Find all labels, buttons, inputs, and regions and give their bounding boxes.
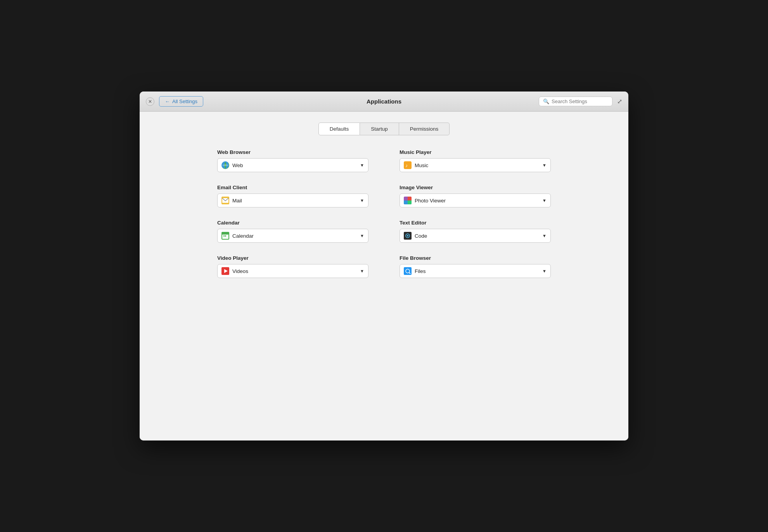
tabs-bar: Defaults Startup Permissions	[155, 123, 613, 135]
field-video-player: Video Player Videos ▼	[217, 255, 368, 278]
icon-music-player: ♪	[404, 161, 412, 169]
back-button-label: All Settings	[172, 98, 197, 104]
selected-web-browser: Web	[232, 162, 357, 168]
label-email-client: Email Client	[217, 185, 368, 190]
selected-video-player: Videos	[232, 268, 357, 274]
selected-calendar: Calendar	[232, 233, 357, 239]
field-calendar: Calendar Calendar ▼	[217, 220, 368, 243]
dropdown-arrow-file-browser: ▼	[542, 269, 547, 273]
dropdown-calendar[interactable]: Calendar ▼	[217, 229, 368, 243]
selected-file-browser: Files	[415, 268, 539, 274]
label-calendar: Calendar	[217, 220, 368, 226]
dropdown-web-browser[interactable]: Web ▼	[217, 158, 368, 172]
page-title: Applications	[367, 98, 401, 105]
dropdown-file-browser[interactable]: Files ▼	[400, 264, 551, 278]
dropdown-image-viewer[interactable]: Photo Viewer ▼	[400, 193, 551, 207]
field-web-browser: Web Browser Web ▼	[217, 149, 368, 172]
selected-text-editor: Code	[415, 233, 539, 239]
dropdown-arrow-video-player: ▼	[360, 269, 364, 273]
titlebar: ✕ ← All Settings Applications 🔍 ⤢	[140, 92, 628, 112]
label-image-viewer: Image Viewer	[400, 185, 551, 190]
search-input[interactable]	[552, 98, 608, 104]
dropdown-email-client[interactable]: Mail ▼	[217, 193, 368, 207]
selected-email-client: Mail	[232, 198, 357, 204]
expand-button[interactable]: ⤢	[617, 98, 622, 105]
icon-web-browser	[221, 161, 229, 169]
selected-music-player: Music	[415, 162, 539, 168]
icon-text-editor	[404, 232, 412, 240]
dropdown-music-player[interactable]: ♪ Music ▼	[400, 158, 551, 172]
field-music-player: Music Player ♪ Music ▼	[400, 149, 551, 172]
defaults-grid: Web Browser Web ▼ Music Player ♪ Music	[217, 149, 551, 278]
dropdown-text-editor[interactable]: Code ▼	[400, 229, 551, 243]
label-video-player: Video Player	[217, 255, 368, 261]
back-button[interactable]: ← All Settings	[159, 96, 203, 107]
main-window: ✕ ← All Settings Applications 🔍 ⤢ Defaul…	[140, 92, 628, 440]
close-button[interactable]: ✕	[146, 97, 154, 106]
svg-rect-12	[223, 235, 225, 237]
field-image-viewer: Image Viewer Photo Viewer ▼	[400, 185, 551, 207]
close-icon: ✕	[148, 99, 152, 104]
search-box[interactable]: 🔍	[539, 97, 612, 106]
svg-rect-13	[225, 235, 226, 237]
back-arrow-icon: ←	[165, 98, 170, 104]
field-text-editor: Text Editor Code ▼	[400, 220, 551, 243]
svg-point-16	[407, 235, 408, 237]
selected-image-viewer: Photo Viewer	[415, 198, 539, 204]
tab-defaults[interactable]: Defaults	[318, 123, 360, 135]
icon-calendar	[221, 232, 229, 240]
label-music-player: Music Player	[400, 149, 551, 155]
label-web-browser: Web Browser	[217, 149, 368, 155]
icon-video-player	[221, 267, 229, 275]
svg-rect-11	[222, 233, 228, 235]
icon-image-viewer	[404, 197, 412, 204]
icon-email-client	[221, 197, 229, 204]
dropdown-arrow-calendar: ▼	[360, 233, 364, 238]
field-file-browser: File Browser Files ▼	[400, 255, 551, 278]
search-icon: 🔍	[543, 98, 549, 104]
dropdown-arrow-text-editor: ▼	[542, 233, 547, 238]
field-email-client: Email Client Mail ▼	[217, 185, 368, 207]
svg-rect-7	[408, 197, 412, 200]
svg-text:♪: ♪	[405, 163, 408, 168]
icon-file-browser	[404, 267, 412, 275]
tab-startup[interactable]: Startup	[360, 123, 399, 135]
tab-permissions[interactable]: Permissions	[399, 123, 450, 135]
label-file-browser: File Browser	[400, 255, 551, 261]
label-text-editor: Text Editor	[400, 220, 551, 226]
dropdown-arrow-email-client: ▼	[360, 198, 364, 203]
dropdown-arrow-web-browser: ▼	[360, 163, 364, 168]
svg-rect-1	[404, 161, 412, 169]
dropdown-arrow-image-viewer: ▼	[542, 198, 547, 203]
dropdown-video-player[interactable]: Videos ▼	[217, 264, 368, 278]
expand-icon: ⤢	[617, 98, 622, 105]
dropdown-arrow-music-player: ▼	[542, 163, 547, 168]
svg-rect-8	[408, 200, 412, 204]
content-area: Defaults Startup Permissions Web Browser…	[140, 112, 628, 440]
